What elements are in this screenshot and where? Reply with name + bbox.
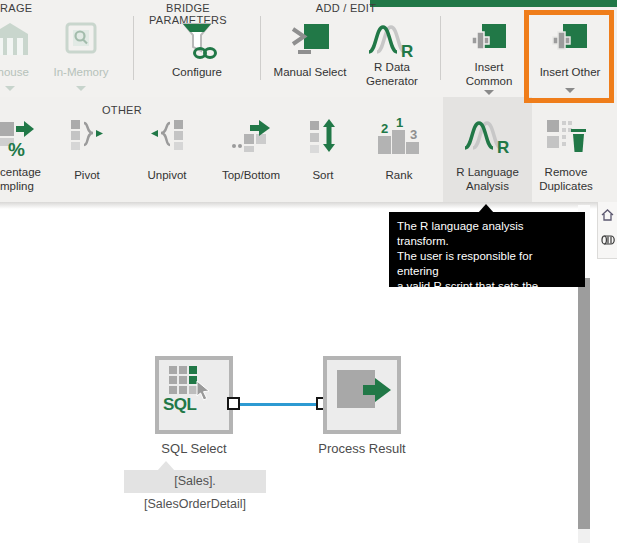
warehouse-button: ehouse <box>0 0 48 97</box>
r-language-analysis-tooltip: The R language analysis transform. The u… <box>389 212 585 287</box>
insert-common-icon <box>470 22 508 64</box>
process-result-node-label: Process Result <box>302 441 422 456</box>
connection-line[interactable] <box>240 403 316 406</box>
percentage-sampling-icon: % <box>0 118 38 162</box>
output-port[interactable] <box>227 397 240 410</box>
svg-text:R: R <box>497 138 509 156</box>
cursor-arrow-icon <box>196 381 213 405</box>
process-result-arrow-icon <box>363 377 393 407</box>
dropdown-caret-icon <box>484 90 494 95</box>
sql-source-annotation: [Sales].[SalesOrderDetail] <box>124 470 266 493</box>
insert-other-icon <box>551 22 589 64</box>
sql-select-node-label: SQL Select <box>134 441 254 456</box>
top-bottom-icon <box>230 118 272 156</box>
svg-text:R: R <box>401 42 413 60</box>
configure-icon <box>175 22 219 64</box>
dropdown-caret-icon <box>5 86 15 91</box>
sql-table-icon <box>169 366 197 394</box>
in-memory-icon <box>65 22 97 58</box>
manual-select-button[interactable]: Manual Select <box>268 0 352 97</box>
top-bottom-button[interactable]: Top/Bottom <box>207 97 295 202</box>
pivot-icon <box>69 118 105 154</box>
ribbon-bottom-shadow <box>0 202 617 209</box>
vertical-scrollbar-thumb[interactable] <box>578 278 590 529</box>
rank-icon: 2 1 3 <box>376 118 422 158</box>
sort-button[interactable]: Sort <box>285 97 361 202</box>
sort-icon <box>308 118 338 158</box>
dropdown-caret-icon <box>76 86 86 91</box>
pivot-button[interactable]: Pivot <box>47 97 127 202</box>
sql-icon-text: SQL <box>163 395 196 415</box>
unpivot-icon <box>149 118 185 154</box>
svg-text:2: 2 <box>381 121 388 136</box>
in-memory-button: In-Memory <box>43 0 119 97</box>
app-window: RAGE BRIDGE PARAMETERS ADD / EDIT ehouse… <box>0 0 617 543</box>
remove-duplicates-button[interactable]: Remove Duplicates <box>524 97 608 202</box>
home-icon[interactable] <box>601 207 614 225</box>
insert-common-button[interactable]: Insert Common <box>451 0 527 97</box>
data-preview-icon[interactable] <box>601 231 615 249</box>
warehouse-icon <box>0 22 29 60</box>
group-separator <box>260 16 261 80</box>
svg-text:%: % <box>8 139 25 158</box>
r-language-analysis-icon: R <box>463 118 513 160</box>
unpivot-button[interactable]: Unpivot <box>127 97 207 202</box>
insert-other-button[interactable]: Insert Other <box>528 0 612 97</box>
right-mini-toolbar <box>597 202 617 259</box>
configure-button[interactable]: Configure <box>157 0 237 97</box>
group-separator <box>440 16 441 80</box>
group-separator <box>133 16 134 80</box>
r-language-analysis-button[interactable]: R R Language Analysis <box>443 97 532 202</box>
r-data-generator-button[interactable]: R R Data Generator <box>350 0 434 97</box>
remove-duplicates-icon <box>545 118 587 158</box>
svg-text:1: 1 <box>396 118 403 130</box>
dropdown-caret-icon <box>565 88 575 93</box>
svg-text:3: 3 <box>410 127 417 142</box>
r-data-generator-icon: R <box>367 22 417 64</box>
rank-button[interactable]: 2 1 3 Rank <box>359 97 439 202</box>
vertical-scrollbar-end <box>578 529 590 543</box>
manual-select-icon <box>289 22 331 60</box>
